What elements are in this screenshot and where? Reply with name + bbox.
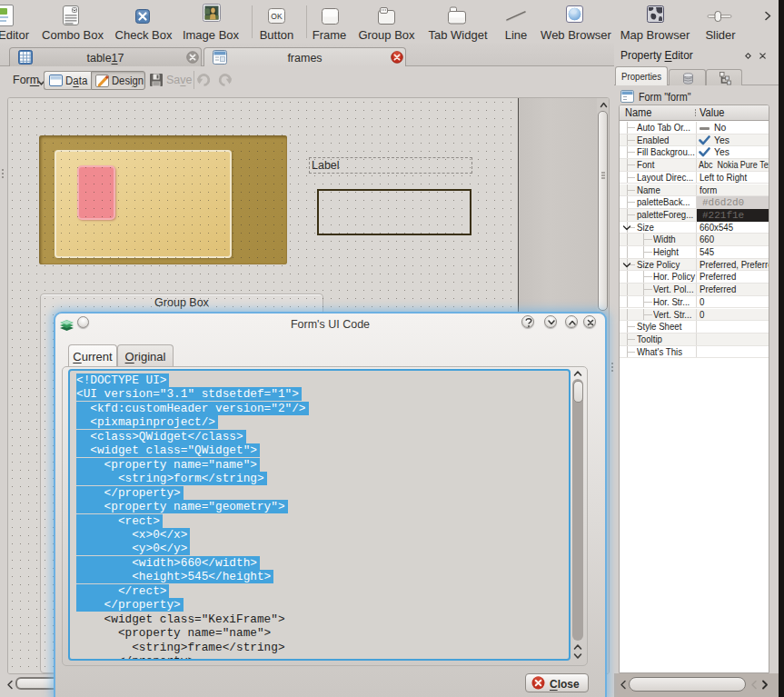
svg-text:OK: OK xyxy=(271,12,283,21)
